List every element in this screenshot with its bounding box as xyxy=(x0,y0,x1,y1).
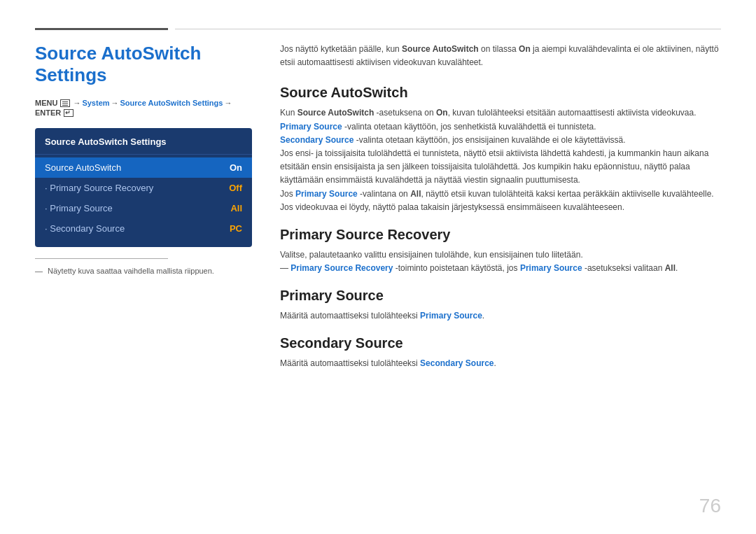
page-title: Source AutoSwitch Settings xyxy=(35,43,252,86)
menu-item-secondary-source[interactable]: · Secondary Source PC xyxy=(35,218,252,239)
left-column: Source AutoSwitch Settings MENU → System… xyxy=(35,43,252,513)
top-decorative-lines xyxy=(35,28,721,30)
breadcrumb-system: System xyxy=(82,99,109,107)
breadcrumb-arrow3: → xyxy=(224,99,232,107)
section-body-primary-source: Määritä automaattiseksi tulolähteeksi Pr… xyxy=(280,309,721,323)
section-body-source-autoswitch: Kun Source AutoSwitch -asetuksena on On,… xyxy=(280,106,721,214)
breadcrumb-settings: Source AutoSwitch Settings xyxy=(120,99,223,107)
breadcrumb-arrow1: → xyxy=(73,99,80,107)
breadcrumb-arrow2: → xyxy=(111,99,119,107)
breadcrumb: MENU → System → Source AutoSwitch Settin… xyxy=(35,99,252,117)
menu-item-secondary-source-value: PC xyxy=(230,223,242,234)
section-body-secondary-source: Määritä automaattiseksi tulolähteeksi Se… xyxy=(280,357,721,370)
menu-item-source-autoswitch[interactable]: Source AutoSwitch On xyxy=(35,157,252,178)
page-number: 76 xyxy=(699,495,721,517)
menu-item-source-autoswitch-label: Source AutoSwitch xyxy=(45,162,121,173)
breadcrumb-menu-label: MENU xyxy=(35,99,57,107)
menu-item-secondary-source-label: · Secondary Source xyxy=(45,223,125,234)
section-title-source-autoswitch: Source AutoSwitch xyxy=(280,85,721,101)
section-body-primary-source-recovery: Valitse, palautetaanko valittu ensisijai… xyxy=(280,248,721,275)
intro-text: Jos näyttö kytketään päälle, kun Source … xyxy=(280,43,721,69)
menu-item-primary-source-value: All xyxy=(230,203,242,213)
footnote: ― Näytetty kuva saattaa vaihdella mallis… xyxy=(35,266,252,276)
menu-item-primary-source[interactable]: · Primary Source All xyxy=(35,198,252,218)
menu-item-source-autoswitch-value: On xyxy=(230,162,242,173)
right-column: Jos näyttö kytketään päälle, kun Source … xyxy=(280,43,721,513)
menu-item-primary-source-recovery-value: Off xyxy=(229,183,242,193)
left-divider xyxy=(35,258,168,259)
section-title-primary-source: Primary Source xyxy=(280,288,721,304)
ui-panel: Source AutoSwitch Settings Source AutoSw… xyxy=(35,128,252,247)
menu-item-primary-source-label: · Primary Source xyxy=(45,203,113,213)
section-title-secondary-source: Secondary Source xyxy=(280,335,721,351)
menu-item-primary-source-recovery[interactable]: · Primary Source Recovery Off xyxy=(35,178,252,198)
menu-icon xyxy=(60,99,70,107)
enter-icon xyxy=(64,109,74,117)
section-title-primary-source-recovery: Primary Source Recovery xyxy=(280,227,721,243)
menu-item-primary-source-recovery-label: · Primary Source Recovery xyxy=(45,183,153,193)
breadcrumb-enter-label: ENTER xyxy=(35,108,61,117)
ui-panel-title: Source AutoSwitch Settings xyxy=(35,136,252,155)
